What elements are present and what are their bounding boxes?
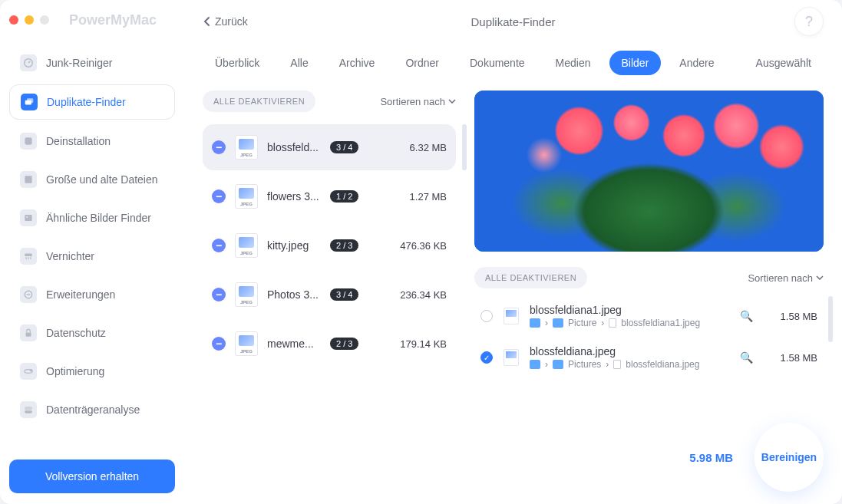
reveal-in-finder-icon[interactable]: 🔍 xyxy=(740,310,753,322)
tab-other[interactable]: Andere xyxy=(667,51,726,75)
tab-folders[interactable]: Ordner xyxy=(393,51,451,75)
maximize-window-icon[interactable] xyxy=(40,15,49,25)
group-row[interactable]: − JPEG flowers 3... 1 / 2 1.27 MB xyxy=(203,173,456,219)
sidebar-item-label: Vernichter xyxy=(46,250,94,262)
tab-documents[interactable]: Dokumente xyxy=(457,51,537,75)
lock-icon xyxy=(20,324,37,341)
tab-media[interactable]: Medien xyxy=(543,51,603,75)
sidebar-item-shredder[interactable]: Vernichter xyxy=(9,239,175,273)
file-row[interactable]: blossfeldiana1.jpeg ›Picture›blossfeldia… xyxy=(474,296,824,336)
sidebar-item-optimization[interactable]: Optimierung xyxy=(9,354,175,388)
group-row[interactable]: − JPEG mewme... 2 / 3 179.14 KB xyxy=(203,321,456,367)
sidebar-item-disk-analysis[interactable]: Datenträgeranalyse xyxy=(9,393,175,427)
partial-select-icon[interactable]: − xyxy=(212,337,226,351)
brand-label: PowerMyMac xyxy=(69,12,157,28)
reveal-in-finder-icon[interactable]: 🔍 xyxy=(740,351,753,364)
group-size: 1.27 MB xyxy=(410,191,447,203)
file-checkbox[interactable] xyxy=(480,310,493,322)
partial-select-icon[interactable]: − xyxy=(212,288,226,301)
group-name: kitty.jpeg xyxy=(267,239,321,252)
extensions-icon xyxy=(20,286,37,303)
close-window-icon[interactable] xyxy=(9,15,18,25)
gauge-icon xyxy=(20,54,37,71)
back-label: Zurück xyxy=(215,15,248,28)
box-icon xyxy=(20,171,37,188)
sidebar-item-similar-images[interactable]: Ähnliche Bilder Finder xyxy=(9,201,175,235)
file-checkbox[interactable] xyxy=(480,351,493,364)
thumbnail-icon: JPEG xyxy=(235,233,258,258)
sort-groups-dropdown[interactable]: Sortieren nach xyxy=(380,96,456,107)
sidebar-item-privacy[interactable]: Datenschutz xyxy=(9,316,175,350)
thumbnail-icon: JPEG xyxy=(235,184,258,209)
total-size-label: 5.98 MB xyxy=(689,451,733,464)
group-row[interactable]: − JPEG kitty.jpeg 2 / 3 476.36 KB xyxy=(203,222,456,268)
thumbnail-icon: JPEG xyxy=(235,135,258,160)
sort-details-dropdown[interactable]: Sortieren nach xyxy=(748,272,824,284)
group-size: 6.32 MB xyxy=(410,142,447,153)
group-size: 476.36 KB xyxy=(400,240,447,252)
footer: 5.98 MB Bereinigen xyxy=(689,423,824,492)
sidebar-item-uninstaller[interactable]: Deinstallation xyxy=(9,124,175,158)
tab-all[interactable]: Alle xyxy=(278,51,320,75)
minimize-window-icon[interactable] xyxy=(25,15,34,25)
help-button[interactable]: ? xyxy=(794,7,824,36)
svg-rect-17 xyxy=(25,407,31,410)
shredder-icon xyxy=(20,248,37,265)
sidebar-item-label: Duplikate-Finder xyxy=(47,96,126,108)
file-row[interactable]: blossfeldiana.jpeg ›Pictures›blossfeldia… xyxy=(474,338,824,377)
sidebar-item-label: Datenschutz xyxy=(46,327,106,339)
app-icon xyxy=(20,133,37,150)
tab-selected[interactable]: Ausgewählt xyxy=(744,51,824,75)
deselect-all-details-button[interactable]: ALLE DEAKTIVIEREN xyxy=(474,267,587,288)
tab-overview[interactable]: Überblick xyxy=(203,51,272,75)
sidebar-item-duplicate-finder[interactable]: Duplikate-Finder xyxy=(9,84,175,120)
svg-point-7 xyxy=(26,216,28,218)
folder-icon xyxy=(530,360,540,369)
tab-images[interactable]: Bilder xyxy=(609,51,662,75)
deselect-all-groups-button[interactable]: ALLE DEAKTIVIEREN xyxy=(203,91,315,112)
group-row[interactable]: − JPEG blossfeld... 3 / 4 6.32 MB xyxy=(203,124,456,170)
upgrade-button[interactable]: Vollversion erhalten xyxy=(9,460,175,493)
details-scrollbar[interactable] xyxy=(828,296,833,342)
chevron-down-icon xyxy=(448,99,456,104)
thumbnail-icon: JPEG xyxy=(235,282,258,307)
sidebar-item-extensions[interactable]: Erweiterungen xyxy=(9,278,175,311)
sidebar-item-label: Datenträgeranalyse xyxy=(46,404,140,416)
svg-rect-4 xyxy=(25,177,31,183)
group-name: Photos 3... xyxy=(267,288,321,301)
partial-select-icon[interactable]: − xyxy=(212,239,226,252)
partial-select-icon[interactable]: − xyxy=(212,189,226,203)
details-toolbar: ALLE DEAKTIVIEREN Sortieren nach xyxy=(474,267,824,288)
svg-rect-11 xyxy=(30,257,31,259)
file-icon xyxy=(613,360,621,369)
sidebar-item-label: Deinstallation xyxy=(46,135,111,147)
app-window: PowerMyMac Junk-Reiniger Duplikate-Finde… xyxy=(0,0,842,504)
sidebar-item-label: Erweiterungen xyxy=(46,288,115,301)
sidebar-nav: Junk-Reiniger Duplikate-Finder Deinstall… xyxy=(9,46,175,427)
group-row[interactable]: − JPEG Photos 3... 3 / 4 236.34 KB xyxy=(203,272,456,318)
file-name: blossfeldiana.jpeg xyxy=(530,345,729,357)
tab-archives[interactable]: Archive xyxy=(327,51,388,75)
svg-rect-13 xyxy=(26,332,31,336)
clean-button[interactable]: Bereinigen xyxy=(754,423,824,492)
file-path: ›Pictures›blossfeldiana.jpeg xyxy=(530,359,729,370)
window-controls: PowerMyMac xyxy=(9,11,175,29)
groups-column: ALLE DEAKTIVIEREN Sortieren nach − JPEG … xyxy=(203,91,456,486)
svg-rect-9 xyxy=(26,257,27,259)
image-preview xyxy=(474,91,824,252)
sidebar-item-label: Junk-Reiniger xyxy=(46,57,112,69)
disk-icon xyxy=(20,401,37,418)
group-name: mewme... xyxy=(267,338,321,350)
sidebar-item-junk-cleaner[interactable]: Junk-Reiniger xyxy=(9,46,175,80)
partial-select-icon[interactable]: − xyxy=(212,140,226,154)
file-size: 1.58 MB xyxy=(764,352,817,364)
sidebar-item-label: Ähnliche Bilder Finder xyxy=(46,212,151,224)
sidebar-item-large-old-files[interactable]: Große und alte Dateien xyxy=(9,163,175,196)
back-button[interactable]: Zurück xyxy=(203,15,248,28)
sidebar: PowerMyMac Junk-Reiniger Duplikate-Finde… xyxy=(0,0,184,504)
sidebar-item-label: Optimierung xyxy=(46,365,104,377)
folders-icon xyxy=(21,94,38,110)
flower-image-icon xyxy=(474,91,824,252)
groups-scrollbar[interactable] xyxy=(462,124,467,170)
svg-rect-2 xyxy=(27,98,33,103)
